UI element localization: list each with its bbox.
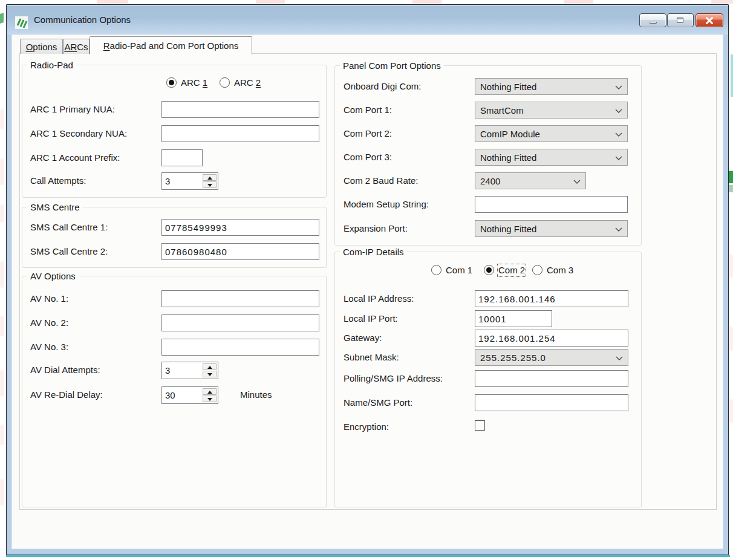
down-arrow-icon — [207, 398, 212, 401]
label-expansion-port: Expansion Port: — [344, 223, 408, 234]
radio-arc2-label[interactable]: ARC 2 — [234, 77, 261, 88]
select-value: Nothing Fitted — [480, 152, 536, 163]
spinner-av-redial-delay[interactable]: 30 — [161, 386, 218, 404]
spin-up-button[interactable] — [203, 174, 217, 181]
checkbox-encryption[interactable] — [475, 420, 485, 431]
spin-up-button[interactable] — [203, 363, 217, 370]
select-onboard-digi-com[interactable]: Nothing Fitted — [475, 78, 628, 95]
window: Communication Options Options ARCs Radio… — [6, 4, 729, 555]
spin-down-button[interactable] — [203, 371, 217, 377]
up-arrow-icon — [207, 391, 212, 394]
spin-up-button[interactable] — [203, 388, 217, 395]
bg-artifact — [729, 171, 733, 183]
select-com-port-1[interactable]: SmartCom — [475, 102, 628, 119]
bg-artifact — [729, 327, 733, 351]
select-com-port-2[interactable]: ComIP Module — [475, 125, 628, 142]
down-arrow-icon — [207, 373, 212, 376]
down-arrow-icon — [207, 184, 212, 187]
input-sms-centre-1[interactable] — [161, 219, 319, 236]
group-title: AV Options — [27, 271, 79, 281]
label-modem-setup-string: Modem Setup String: — [344, 199, 429, 210]
input-name-smg-port[interactable] — [475, 394, 628, 411]
radio-com2[interactable] — [484, 265, 494, 275]
up-arrow-icon — [207, 366, 212, 369]
spinner-value: 3 — [165, 365, 170, 376]
tab-arcs[interactable]: ARCs — [63, 39, 90, 54]
group-title: Radio-Pad — [27, 60, 76, 70]
select-value: Nothing Fitted — [480, 82, 536, 92]
spinner-call-attempts[interactable]: 3 — [161, 172, 218, 190]
input-av-no-3[interactable] — [161, 339, 319, 356]
label-arc1-secondary-nua: ARC 1 Secondary NUA: — [30, 128, 127, 139]
label-com-2-baud-rate: Com 2 Baud Rate: — [344, 175, 418, 186]
bg-artifact — [0, 425, 4, 445]
up-arrow-icon — [207, 177, 212, 180]
label-av-no-1: AV No. 1: — [30, 293, 68, 304]
select-com-port-3[interactable]: Nothing Fitted — [475, 149, 628, 166]
label-com-port-1: Com Port 1: — [344, 105, 392, 116]
bg-artifact — [256, 0, 285, 4]
spinner-av-dial-attempts[interactable]: 3 — [161, 362, 218, 379]
label-onboard-digi-com: Onboard Digi Com: — [344, 81, 421, 92]
radio-com1-label[interactable]: Com 1 — [446, 265, 472, 276]
input-polling-smg-ip[interactable] — [475, 370, 628, 387]
group-title: Com-IP Details — [340, 247, 407, 257]
input-gateway[interactable] — [475, 330, 628, 347]
spin-down-button[interactable] — [203, 181, 217, 188]
label-arc1-account-prefix: ARC 1 Account Prefix: — [30, 152, 120, 163]
bg-artifact — [729, 399, 733, 423]
select-com-2-baud-rate[interactable]: 2400 — [475, 172, 586, 189]
input-av-no-1[interactable] — [161, 290, 319, 307]
label-sms-centre-2: SMS Call Centre 2: — [30, 246, 108, 257]
bg-artifact — [564, 0, 593, 4]
label-call-attempts: Call Attempts: — [30, 175, 86, 186]
spin-down-button[interactable] — [203, 396, 217, 402]
tab-options[interactable]: Options — [20, 39, 63, 54]
tab-radio-pad-com-port[interactable]: Radio-Pad and Com Port Options — [90, 36, 252, 54]
bg-artifact — [0, 204, 4, 223]
select-subnet-mask[interactable]: 255.255.255.0 — [475, 349, 628, 366]
label-arc1-primary-nua: ARC 1 Primary NUA: — [30, 104, 115, 115]
radio-arc2[interactable] — [220, 77, 230, 88]
label-av-redial-delay: AV Re-Dial Delay: — [30, 389, 103, 400]
input-arc1-secondary-nua[interactable] — [161, 125, 319, 142]
radio-arc1[interactable] — [166, 77, 177, 88]
bg-artifact — [729, 185, 733, 192]
input-sms-centre-2[interactable] — [161, 243, 319, 260]
label-local-ip-port: Local IP Port: — [344, 313, 398, 324]
bg-artifact — [0, 316, 4, 336]
radio-com3-label[interactable]: Com 3 — [547, 265, 573, 276]
label-com-port-2: Com Port 2: — [344, 128, 392, 139]
bg-artifact — [711, 0, 733, 4]
select-value: ComIP Module — [480, 129, 540, 139]
radio-com3[interactable] — [532, 265, 542, 275]
bg-artifact — [97, 0, 128, 4]
chevron-down-icon — [615, 155, 622, 161]
label-name-smg-port: Name/SMG Port: — [344, 397, 412, 408]
label-minutes: Minutes — [240, 389, 272, 400]
label-av-no-2: AV No. 2: — [30, 317, 68, 328]
input-modem-setup-string[interactable] — [475, 196, 628, 213]
chevron-down-icon — [615, 84, 622, 91]
input-av-no-2[interactable] — [161, 314, 319, 331]
input-local-ip-port[interactable] — [475, 310, 552, 327]
spinner-value: 3 — [165, 176, 170, 186]
label-gateway: Gateway: — [344, 333, 382, 343]
select-value: 2400 — [480, 176, 500, 186]
bg-artifact — [412, 0, 441, 4]
input-arc1-account-prefix[interactable] — [161, 149, 203, 166]
label-com-port-3: Com Port 3: — [344, 152, 392, 163]
input-local-ip-address[interactable] — [475, 290, 628, 307]
label-sms-centre-1: SMS Call Centre 1: — [30, 222, 108, 233]
label-av-dial-attempts: AV Dial Attempts: — [30, 365, 100, 376]
input-arc1-primary-nua[interactable] — [161, 101, 319, 118]
select-expansion-port[interactable]: Nothing Fitted — [475, 220, 628, 237]
chevron-down-icon — [615, 226, 622, 233]
radio-com2-label[interactable]: Com 2 — [498, 265, 525, 276]
label-subnet-mask: Subnet Mask: — [344, 352, 399, 363]
chevron-down-icon — [615, 108, 622, 114]
radio-com1[interactable] — [431, 265, 441, 275]
select-value: 255.255.255.0 — [480, 353, 546, 363]
radio-arc1-label[interactable]: ARC 1 — [181, 77, 207, 88]
select-value: Nothing Fitted — [480, 224, 536, 234]
